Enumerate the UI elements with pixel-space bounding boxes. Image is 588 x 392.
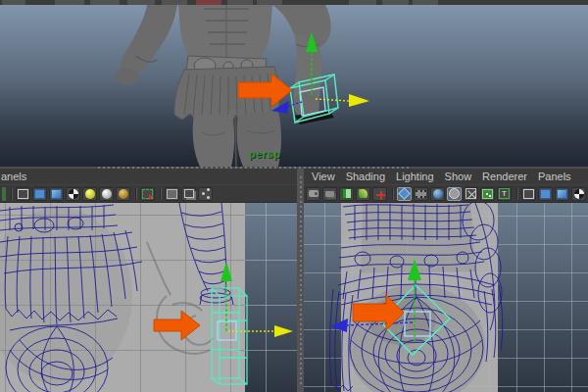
- sphere-textured-icon[interactable]: [66, 187, 80, 201]
- gate-mask-toggle-icon[interactable]: [447, 187, 462, 201]
- cube-wireframe-icon[interactable]: [521, 187, 536, 201]
- x-axis-arrowhead[interactable]: [349, 94, 369, 107]
- sphere-light-white-icon[interactable]: [99, 187, 114, 201]
- cube-flat-shaded-icon[interactable]: [538, 187, 553, 201]
- move-manipulator[interactable]: [220, 262, 293, 337]
- application-window: persp anels: [0, 0, 588, 392]
- z-axis-arrowhead[interactable]: [330, 318, 348, 332]
- perspective-viewport[interactable]: persp: [0, 5, 588, 167]
- sphere-textured-icon[interactable]: [571, 187, 586, 201]
- toolbar-separator: [516, 188, 518, 200]
- right-ortho-viewport[interactable]: [304, 203, 588, 392]
- gate-mask-icon[interactable]: [397, 187, 412, 201]
- right-ortho-panel[interactable]: View Shading Lighting Show Renderer Pane…: [304, 169, 588, 392]
- menu-renderer[interactable]: Renderer: [482, 171, 527, 182]
- right-panel-toolbar: T: [304, 184, 588, 203]
- left-panel-menubar: anels: [0, 169, 297, 184]
- bookmark-icon[interactable]: [339, 187, 354, 201]
- cube-smooth-shaded-icon[interactable]: [555, 187, 569, 201]
- safe-title-icon[interactable]: T: [497, 187, 512, 201]
- x-axis-handle[interactable]: [316, 99, 349, 101]
- persp-scene: [0, 5, 588, 167]
- cube-smooth-shaded-icon[interactable]: [49, 187, 64, 201]
- sphere-light-gold-icon[interactable]: [116, 187, 130, 201]
- cube-wireframe-icon[interactable]: [16, 187, 30, 201]
- reference-sketch: [147, 242, 213, 354]
- pan-zoom-icon[interactable]: [372, 187, 387, 201]
- toolbar-separator: [135, 188, 137, 200]
- y-axis-arrowhead[interactable]: [220, 262, 232, 281]
- cube-flat-shaded-icon[interactable]: [32, 187, 47, 201]
- right-panel-menubar: View Shading Lighting Show Renderer Pane…: [304, 169, 588, 184]
- left-ortho-viewport[interactable]: [0, 203, 297, 392]
- cropped-icon[interactable]: [2, 187, 6, 201]
- joints-icon[interactable]: [198, 187, 213, 201]
- field-chart-icon[interactable]: [464, 187, 478, 201]
- x-axis-arrowhead[interactable]: [274, 325, 293, 337]
- divider-grip[interactable]: [300, 176, 302, 384]
- menu-shading[interactable]: Shading: [346, 171, 385, 182]
- camera-attributes-icon[interactable]: [322, 187, 337, 201]
- menu-view[interactable]: View: [312, 171, 335, 182]
- toolbar-separator: [392, 188, 394, 200]
- menu-panels-truncated[interactable]: anels: [1, 171, 26, 182]
- menu-panels[interactable]: Panels: [538, 171, 571, 182]
- xray-cube-icon[interactable]: [165, 187, 179, 201]
- camera-icon[interactable]: [306, 187, 320, 201]
- camera-label: persp: [249, 148, 280, 160]
- sphere-light-yellow-icon[interactable]: [82, 187, 97, 201]
- safe-action-icon[interactable]: [480, 187, 495, 201]
- isolate-select-icon[interactable]: [140, 187, 155, 201]
- left-ortho-panel[interactable]: anels: [0, 169, 297, 392]
- image-plane-icon[interactable]: [356, 187, 370, 201]
- toolbar-separator: [160, 188, 162, 200]
- resolution-gate-icon[interactable]: [430, 187, 445, 201]
- left-panel-toolbar: [0, 184, 297, 203]
- menu-show[interactable]: Show: [445, 171, 472, 182]
- toolbar-separator: [11, 188, 13, 200]
- xray-layers-icon[interactable]: [181, 187, 196, 201]
- film-gate-icon[interactable]: [414, 187, 428, 201]
- vertical-pane-divider[interactable]: [297, 169, 304, 392]
- menu-lighting[interactable]: Lighting: [396, 171, 434, 182]
